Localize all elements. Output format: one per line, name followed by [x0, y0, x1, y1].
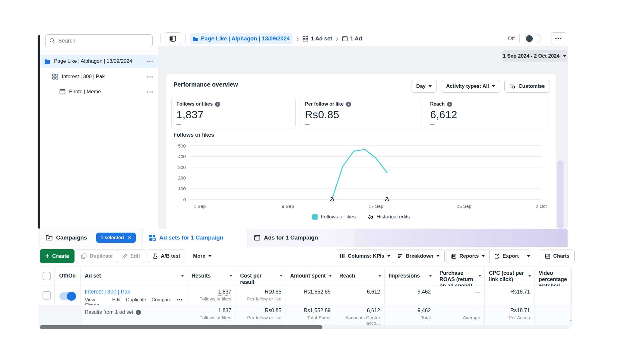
charts-button[interactable]: Charts	[540, 249, 575, 263]
date-range-selector[interactable]: 1 Sep 2024 - 2 Oct 2024	[502, 50, 567, 62]
header-cost[interactable]: Cost per result	[236, 267, 286, 286]
reach-value[interactable]: 6,612	[367, 307, 380, 314]
cost-value: Rs0.85	[265, 307, 281, 313]
header-reach[interactable]: Reach	[335, 267, 385, 286]
adsets-table: Off/On Ad set Results Cost per result Am…	[38, 267, 572, 325]
edit-action[interactable]: Edit	[112, 297, 121, 305]
header-video[interactable]: Video percentage watched	[535, 267, 572, 286]
breakdown-button[interactable]: Breakdown	[393, 249, 445, 263]
reach-sublabel: Accounts Centre acco...	[339, 315, 380, 325]
item-menu-button[interactable]: •••	[147, 59, 154, 64]
charts-label: Charts	[553, 253, 569, 259]
selected-filter-badge[interactable]: 1 selected ✕	[96, 233, 136, 243]
toggle-knob	[67, 292, 76, 301]
customise-button[interactable]: Customise	[504, 80, 550, 93]
sidebar-search[interactable]	[45, 34, 153, 47]
sort-icon[interactable]	[479, 275, 481, 277]
breadcrumb-adset[interactable]: 1 Ad set	[303, 35, 332, 42]
duplicate-button[interactable]: Duplicate	[76, 249, 118, 263]
header-adset[interactable]: Ad set	[81, 267, 187, 286]
table-row[interactable]: Interest | 300 | Pak View Charts Edit Du…	[38, 286, 572, 305]
sort-icon[interactable]	[329, 275, 332, 277]
item-menu-button[interactable]: •••	[147, 89, 154, 94]
summary-impressions-cell: 9,462Total	[385, 305, 435, 325]
sidebar-item-campaign[interactable]: Page Like | Alphagon | 13/09/2024 •••	[40, 55, 158, 68]
legend-follows[interactable]: Follows or likes	[312, 214, 356, 220]
export-button[interactable]: Export	[489, 249, 529, 263]
columns-button[interactable]: Columns: KPIs	[335, 249, 395, 263]
header-spent[interactable]: Amount spent	[286, 267, 335, 286]
row-cpc-cell: Rs18.71	[485, 286, 535, 305]
sort-icon[interactable]	[230, 275, 233, 277]
ab-test-button[interactable]: A/B test	[148, 249, 185, 263]
header-cpc[interactable]: CPC (cost per link click)	[485, 267, 535, 286]
close-icon[interactable]: ✕	[128, 235, 132, 241]
duplicate-action[interactable]: Duplicate	[126, 297, 146, 305]
sidebar-item-adset[interactable]: Interest | 300 | Pak •••	[40, 70, 158, 83]
tab-campaigns[interactable]: Campaigns 1 selected ✕	[40, 229, 142, 247]
edit-button[interactable]: Edit	[117, 249, 145, 263]
legend-label: Historical edits	[376, 214, 410, 220]
sort-icon[interactable]	[379, 275, 381, 277]
sort-icon[interactable]	[528, 275, 531, 277]
sort-icon[interactable]	[181, 275, 184, 277]
summary-video-cell: Average	[535, 305, 572, 325]
header-label: Purchase ROAS (return on ad spend)	[439, 270, 473, 286]
reports-icon	[451, 254, 456, 259]
export-dropdown-button[interactable]	[523, 249, 534, 263]
activity-types-button[interactable]: Activity types: All	[441, 80, 500, 93]
results-value[interactable]: 1,837	[218, 289, 231, 296]
vertical-scrollbar-thumb[interactable]	[557, 160, 563, 229]
campaign-toggle[interactable]	[525, 34, 541, 43]
metric-value: 1,837	[176, 109, 290, 121]
breadcrumb-ad[interactable]: 1 Ad	[342, 35, 362, 42]
collapse-sidebar-button[interactable]	[165, 32, 181, 45]
header-impressions[interactable]: Impressions	[385, 267, 435, 286]
duplicate-icon	[81, 253, 87, 259]
adset-toggle[interactable]	[59, 292, 76, 300]
row-more-action[interactable]: •••	[177, 297, 183, 305]
item-menu-button[interactable]: •••	[147, 74, 154, 79]
compare-action[interactable]: Compare	[151, 297, 171, 305]
sort-icon[interactable]	[429, 275, 432, 277]
horizontal-scrollbar-thumb[interactable]	[40, 325, 322, 329]
search-input[interactable]	[58, 38, 143, 44]
sort-icon[interactable]	[280, 275, 283, 277]
sidebar-item-ad[interactable]: Photo | Meme •••	[40, 85, 158, 98]
more-button[interactable]: More	[188, 249, 216, 263]
legend-historical-edits[interactable]: Historical edits	[368, 214, 410, 220]
select-all-checkbox[interactable]	[43, 272, 51, 280]
info-icon[interactable]: i	[346, 102, 351, 107]
roas-value: —	[475, 307, 481, 313]
adset-name-link[interactable]: Interest | 300 | Pak	[85, 289, 130, 295]
info-icon[interactable]: i	[215, 102, 220, 107]
header-label: Ad set	[85, 273, 101, 279]
tab-ads[interactable]: Ads for 1 Campaign	[248, 229, 354, 247]
reports-button[interactable]: Reports	[446, 249, 490, 263]
table-toolbar: + Create Duplicate Edit A/B test More Co…	[38, 247, 570, 267]
day-granularity-button[interactable]: Day	[411, 80, 437, 93]
create-button[interactable]: + Create	[40, 249, 75, 263]
header-label: Impressions	[389, 273, 420, 279]
cost-value: Rs0.85	[265, 289, 281, 295]
day-button-label: Day	[416, 83, 426, 89]
row-checkbox[interactable]	[43, 291, 51, 300]
svg-text:300: 300	[178, 165, 186, 170]
chevron-down-icon	[527, 255, 530, 257]
metric-delta: —	[430, 121, 544, 126]
breadcrumb-campaign[interactable]: Page Like | Alphagon | 13/09/2024	[190, 33, 293, 44]
info-icon[interactable]: i	[136, 310, 141, 315]
date-range-label: 1 Sep 2024 - 2 Oct 2024	[503, 53, 560, 59]
follows-chart-svg: 01002003004005001 Sep9 Sep17 Sep25 Sep2 …	[171, 141, 551, 211]
view-charts-action[interactable]: View Charts	[85, 297, 107, 305]
tab-adsets[interactable]: Ad sets for 1 Campaign	[143, 229, 247, 247]
chevron-down-icon	[387, 255, 390, 257]
info-icon[interactable]: i	[447, 102, 452, 107]
chart-title: Follows or likes	[173, 132, 214, 138]
summary-checkbox-cell	[38, 305, 55, 325]
chart-legend: Follows or likes Historical edits	[171, 214, 551, 220]
historical-edit-icon	[368, 214, 373, 220]
header-roas[interactable]: Purchase ROAS (return on ad spend)	[435, 267, 485, 286]
more-options-button[interactable]: •••	[551, 32, 566, 45]
header-results[interactable]: Results	[187, 267, 236, 286]
